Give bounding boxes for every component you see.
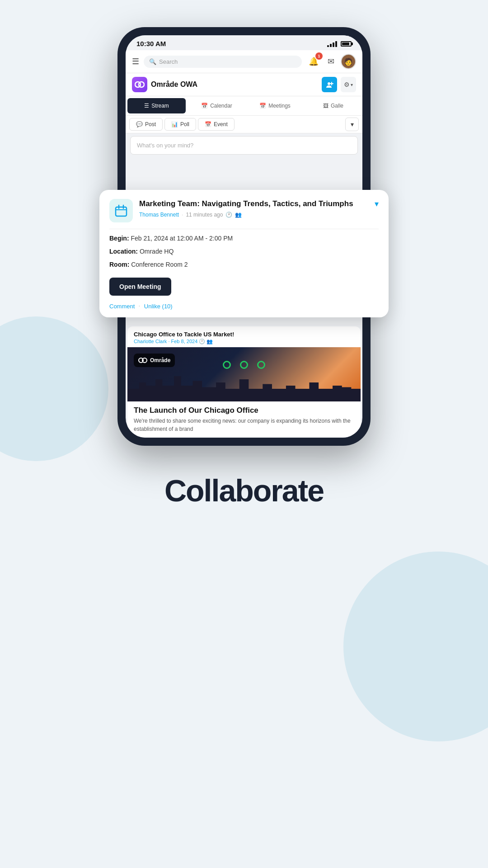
tab-gallery-label: Galle [331, 103, 343, 109]
brand-name: Område [150, 357, 170, 363]
background-blob-left [0, 316, 108, 461]
tab-stream-label: Stream [151, 103, 169, 109]
meeting-card-actions: Comment · Unlike (10) [109, 302, 379, 310]
begin-label: Begin: [109, 235, 129, 242]
status-time: 10:30 AM [136, 40, 166, 47]
nav-tabs: ☰ Stream 📅 Calendar 📅 Meetings 🖼 Galle [126, 96, 362, 116]
avatar[interactable]: 🧑 [341, 54, 356, 69]
begin-value: Feb 21, 2024 at 12:00 AM - 2:00 PM [131, 235, 233, 242]
search-bar[interactable]: 🔍 Search [144, 56, 302, 68]
second-post-post-title: The Launch of Our Chicago Office [127, 401, 361, 417]
post-type-event-button[interactable]: 📅 Event [198, 118, 235, 131]
background-blob-right [343, 552, 488, 741]
tab-gallery[interactable]: 🖼 Galle [304, 96, 362, 115]
brand-logo-small [138, 356, 147, 365]
tab-meetings-label: Meetings [268, 103, 291, 109]
meeting-title-section: Marketing Team: Navigating Trends, Tacti… [139, 199, 366, 218]
post-type-event-label: Event [214, 121, 228, 127]
status-icons [327, 41, 352, 47]
second-post-header: Chicago Office to Tackle US Market! Char… [127, 326, 361, 347]
dot-circle-1 [223, 361, 231, 369]
mail-icon[interactable]: ✉ [324, 54, 338, 69]
dot-circle-3 [257, 361, 265, 369]
tab-calendar-label: Calendar [210, 103, 232, 109]
bottom-section: Collaborate [164, 473, 324, 535]
collaborate-label: Collaborate [164, 473, 324, 508]
notification-badge: 1 [315, 52, 323, 60]
second-post-time-icon: 🕐 👥 [199, 339, 213, 344]
post-type-post-label: Post [145, 121, 156, 127]
group-name: Område OWA [151, 80, 318, 89]
post-type-post-icon: 💬 [136, 121, 143, 127]
second-post-author: Charlotte Clark [134, 339, 167, 344]
meeting-group-icon: 👥 [235, 212, 242, 218]
post-type-post-button[interactable]: 💬 Post [129, 118, 163, 131]
meeting-room-detail: Room: Conference Room 2 [109, 260, 379, 269]
unlike-link[interactable]: Unlike (10) [144, 303, 173, 310]
second-post-image: Område [127, 347, 361, 401]
meeting-calendar-icon [109, 199, 133, 222]
meetings-tab-icon: 📅 [259, 103, 266, 109]
composer-field[interactable]: What's on your mind? [130, 136, 358, 155]
group-logo [132, 77, 147, 92]
room-label: Room: [109, 261, 129, 268]
city-silhouette [127, 370, 361, 401]
room-value: Conference Room 2 [131, 261, 188, 268]
open-meeting-button[interactable]: Open Meeting [109, 278, 171, 296]
stream-icon: ☰ [144, 103, 149, 109]
second-post-meta: Charlotte Clark · Feb 8, 2024 🕐 👥 [134, 339, 354, 344]
signal-bars-icon [327, 41, 337, 47]
meta-separator-1: · [182, 212, 183, 218]
meeting-location-detail: Location: Omrade HQ [109, 247, 379, 256]
meeting-time-icon: 🕐 [225, 212, 232, 218]
group-header: Område OWA ⚙ ▾ [126, 73, 362, 96]
status-bar: 10:30 AM [126, 35, 362, 50]
meeting-card-chevron-icon[interactable]: ▾ [375, 199, 379, 209]
meeting-author[interactable]: Thomas Bennett [139, 212, 179, 218]
event-icon: 📅 [205, 121, 211, 127]
meeting-meta: Thomas Bennett · 11 minutes ago 🕐 👥 [139, 212, 366, 218]
header-icons: 🔔 1 ✉ 🧑 [306, 54, 356, 69]
post-type-poll-label: Poll [180, 121, 189, 127]
tab-stream[interactable]: ☰ Stream [127, 98, 186, 113]
tab-calendar[interactable]: 📅 Calendar [188, 96, 246, 115]
second-post-title: Chicago Office to Tackle US Market! [134, 331, 354, 338]
second-post-post-desc: We're thrilled to share some exciting ne… [127, 417, 361, 438]
app-header: ☰ 🔍 Search 🔔 1 ✉ 🧑 [126, 50, 362, 73]
group-actions: ⚙ ▾ [322, 77, 356, 92]
action-separator: · [138, 302, 140, 310]
post-type-poll-button[interactable]: 📊 Poll [164, 118, 196, 131]
search-placeholder: Search [159, 58, 178, 65]
second-post-card: Chicago Office to Tackle US Market! Char… [127, 326, 361, 438]
svg-rect-7 [116, 207, 127, 216]
meeting-card-header: Marketing Team: Navigating Trends, Tacti… [109, 199, 379, 222]
gallery-tab-icon: 🖼 [323, 103, 328, 109]
meeting-begin-detail: Begin: Feb 21, 2024 at 12:00 AM - 2:00 P… [109, 234, 379, 243]
location-label: Location: [109, 248, 138, 255]
dot-circle-2 [240, 361, 248, 369]
phone-shell: 10:30 AM ☰ 🔍 [117, 27, 371, 446]
phone-wrapper: 10:30 AM ☰ 🔍 [117, 27, 371, 446]
svg-point-1 [139, 82, 144, 87]
dot-circles [223, 361, 265, 369]
add-member-button[interactable] [322, 77, 337, 92]
comment-link[interactable]: Comment [109, 303, 135, 310]
tab-meetings[interactable]: 📅 Meetings [246, 96, 304, 115]
hamburger-icon[interactable]: ☰ [132, 57, 139, 66]
settings-button[interactable]: ⚙ ▾ [341, 77, 356, 92]
battery-icon [341, 41, 352, 47]
brand-overlay: Område [134, 354, 175, 367]
notification-wrapper[interactable]: 🔔 1 [306, 54, 321, 69]
calendar-tab-icon: 📅 [201, 103, 208, 109]
search-icon: 🔍 [149, 58, 156, 65]
second-post-date: Feb 8, 2024 [171, 339, 198, 344]
post-type-bar: 💬 Post 📊 Poll 📅 Event ▾ [126, 116, 362, 133]
meeting-title: Marketing Team: Navigating Trends, Tacti… [139, 199, 366, 209]
meeting-time-ago: 11 minutes ago [186, 212, 223, 218]
meeting-card: Marketing Team: Navigating Trends, Tacti… [99, 190, 389, 317]
card-divider [109, 229, 379, 229]
poll-icon: 📊 [171, 121, 178, 127]
location-value: Omrade HQ [140, 248, 174, 255]
post-type-dropdown-button[interactable]: ▾ [345, 118, 359, 131]
